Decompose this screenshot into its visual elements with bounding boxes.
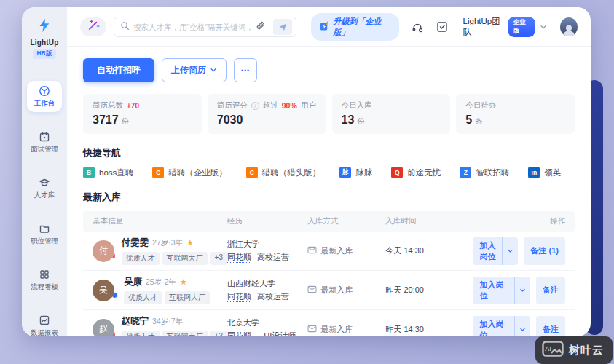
candidate-name[interactable]: 赵晓宁 bbox=[122, 315, 149, 328]
quick-nav-boss-zhipin[interactable]: B boss直聘 bbox=[83, 167, 133, 178]
sidebar-item-interviews[interactable]: 面试管理 bbox=[27, 127, 62, 158]
quick-nav-maimai[interactable]: 脉 脉脉 bbox=[339, 167, 372, 178]
stat-card-today-todos: 今日待办 5 条 bbox=[456, 94, 575, 134]
upgrade-doc-icon bbox=[319, 20, 330, 33]
note-button[interactable]: 备注 bbox=[536, 277, 565, 304]
liepin-icon: C bbox=[152, 167, 164, 178]
school: 浙江大学 bbox=[227, 238, 307, 250]
stat-card-today-inbound: 今日入库 13 份 bbox=[332, 94, 451, 134]
upload-resume-button[interactable]: 上传简历 bbox=[162, 58, 227, 82]
app-window: LightUp HR版 工作台 面试管理 bbox=[22, 7, 591, 336]
tag: 互联网大厂 bbox=[162, 252, 208, 265]
join-position-button[interactable]: 加入岗位 bbox=[473, 316, 530, 337]
avatar[interactable]: 吴 bbox=[93, 280, 114, 301]
school: 北京大学 bbox=[227, 317, 307, 329]
magic-wand-icon bbox=[87, 19, 100, 34]
workspace-content: 自动打招呼 上传简历 ⋯ 简历总数 +70 3717 份 bbox=[67, 47, 591, 336]
tag: 优质人才 bbox=[122, 252, 160, 265]
quick-nav-51job[interactable]: Q 前途无忧 bbox=[391, 167, 441, 178]
sidebar-item-board[interactable]: 流程看板 bbox=[27, 264, 62, 296]
sidebar-item-label: 工作台 bbox=[34, 99, 55, 108]
join-position-button[interactable]: 加入岗位 bbox=[473, 237, 518, 265]
company-link[interactable]: 同花顺 bbox=[227, 331, 251, 337]
ai-image-logo-icon: AI bbox=[542, 341, 564, 360]
support-headset-icon[interactable] bbox=[411, 20, 424, 33]
divider bbox=[269, 22, 269, 32]
inbound-method: 最新入库 bbox=[320, 324, 353, 335]
star-icon[interactable]: ★ bbox=[186, 238, 194, 248]
chevron-down-icon[interactable] bbox=[502, 237, 518, 265]
sidebar-item-label: 职位管理 bbox=[31, 237, 58, 246]
sidebar-item-reports[interactable]: 数据报表 bbox=[27, 310, 62, 336]
sidebar-nav: 工作台 面试管理 人才库 bbox=[27, 69, 62, 336]
inbound-time: 昨天 14:30 bbox=[385, 324, 473, 335]
table-row: 赵 赵晓宁 34岁·7年 优质人才 互联网大厂 +3 北京大学 同花顺 – bbox=[83, 310, 575, 336]
table-row: 吴 吴康 25岁·2年 ★ 优质人才 互联网大厂 山西财经大学 同花顺 高校 bbox=[83, 271, 575, 310]
inbound-time: 昨天 20:00 bbox=[385, 285, 473, 296]
join-position-button[interactable]: 加入岗位 bbox=[473, 277, 530, 304]
main-column: 升级到「企业版」 LightUp团队 企业版 bbox=[67, 7, 591, 336]
watermark: AI 树叶云 bbox=[535, 336, 613, 364]
paperclip-icon[interactable] bbox=[256, 20, 265, 33]
table-header: 基本信息经历 入库方式入库时间 操作 bbox=[83, 211, 575, 232]
tag-more[interactable]: +3 bbox=[210, 331, 227, 336]
chevron-down-icon[interactable] bbox=[514, 316, 530, 337]
ai-assistant-button[interactable] bbox=[80, 17, 106, 36]
brand-name: LightUp bbox=[30, 39, 58, 47]
graduation-cap-icon bbox=[39, 177, 50, 189]
star-icon[interactable]: ★ bbox=[180, 277, 187, 287]
company-link[interactable]: 同花顺 bbox=[227, 253, 251, 263]
note-button[interactable]: 备注 bbox=[536, 316, 565, 337]
envelope-icon bbox=[307, 246, 317, 256]
more-actions-button[interactable]: ⋯ bbox=[234, 58, 257, 82]
calendar-icon bbox=[39, 131, 50, 143]
chart-report-icon bbox=[39, 314, 50, 326]
topbar: 升级到「企业版」 LightUp团队 企业版 bbox=[67, 7, 591, 47]
boss-zhipin-icon: B bbox=[83, 167, 95, 178]
sidebar-item-talent-pool[interactable]: 人才库 bbox=[27, 173, 62, 204]
info-icon[interactable]: i bbox=[251, 102, 259, 110]
brand-edition-badge: HR版 bbox=[33, 49, 57, 59]
search-bar bbox=[114, 17, 296, 37]
stat-card-total-resumes: 简历总数 +70 3717 份 bbox=[83, 94, 202, 134]
team-name: LightUp团队 bbox=[463, 16, 503, 38]
quick-nav-zhilian[interactable]: Z 智联招聘 bbox=[460, 167, 509, 178]
chevron-down-icon[interactable] bbox=[514, 277, 530, 304]
zhilian-icon: Z bbox=[460, 167, 471, 178]
stat-card-resume-score: 简历评分 i 超过 90% 用户 7030 bbox=[208, 94, 326, 134]
avatar[interactable]: 赵 bbox=[93, 319, 114, 337]
maimai-icon: 脉 bbox=[339, 167, 351, 178]
user-avatar[interactable] bbox=[560, 17, 578, 36]
svg-text:AI: AI bbox=[545, 345, 551, 352]
stats-cards: 简历总数 +70 3717 份 简历评分 i 超过 90% 用户 7030 bbox=[83, 94, 575, 134]
upgrade-enterprise-button[interactable]: 升级到「企业版」 bbox=[311, 13, 399, 41]
note-button[interactable]: 备注 (1) bbox=[524, 237, 565, 265]
search-input[interactable] bbox=[133, 23, 252, 31]
linkedin-icon: in bbox=[528, 167, 540, 178]
company-link[interactable]: 同花顺 bbox=[227, 292, 251, 302]
team-switcher[interactable]: LightUp团队 企业版 bbox=[463, 16, 548, 38]
sidebar-item-positions[interactable]: 职位管理 bbox=[27, 218, 62, 250]
role: 高校运营 bbox=[257, 253, 289, 261]
tag: 优质人才 bbox=[124, 291, 162, 304]
quick-nav-liepin-enterprise[interactable]: C 猎聘（企业版） bbox=[152, 167, 227, 178]
candidate-name[interactable]: 付雯雯 bbox=[122, 237, 149, 249]
kanban-grid-icon bbox=[39, 269, 50, 280]
role: 高校运营 bbox=[257, 292, 289, 301]
sidebar-item-workspace[interactable]: 工作台 bbox=[27, 81, 62, 112]
action-toolbar: 自动打招呼 上传简历 ⋯ bbox=[83, 58, 575, 82]
auto-greet-button[interactable]: 自动打招呼 bbox=[83, 58, 154, 82]
sidebar-item-label: 流程看板 bbox=[31, 282, 58, 292]
candidate-name[interactable]: 吴康 bbox=[124, 276, 142, 288]
delta-badge: +70 bbox=[127, 102, 139, 110]
send-search-button[interactable] bbox=[273, 19, 292, 35]
tasks-check-icon[interactable] bbox=[436, 20, 449, 33]
quick-nav-liepin-headhunter[interactable]: C 猎聘（猎头版） bbox=[246, 167, 321, 178]
desktop-background: LightUp HR版 工作台 面试管理 bbox=[0, 0, 614, 364]
tag: 互联网大厂 bbox=[165, 291, 210, 304]
quick-nav-linkedin[interactable]: in 领英 bbox=[528, 167, 561, 178]
sidebar-item-label: 数据报表 bbox=[31, 328, 58, 336]
table-row: 付 付雯雯 27岁·3年 ★ 优质人才 互联网大厂 +3 浙江大学 同花 bbox=[83, 232, 575, 271]
avatar[interactable]: 付 bbox=[93, 240, 114, 262]
tag-more[interactable]: +3 bbox=[210, 252, 227, 265]
